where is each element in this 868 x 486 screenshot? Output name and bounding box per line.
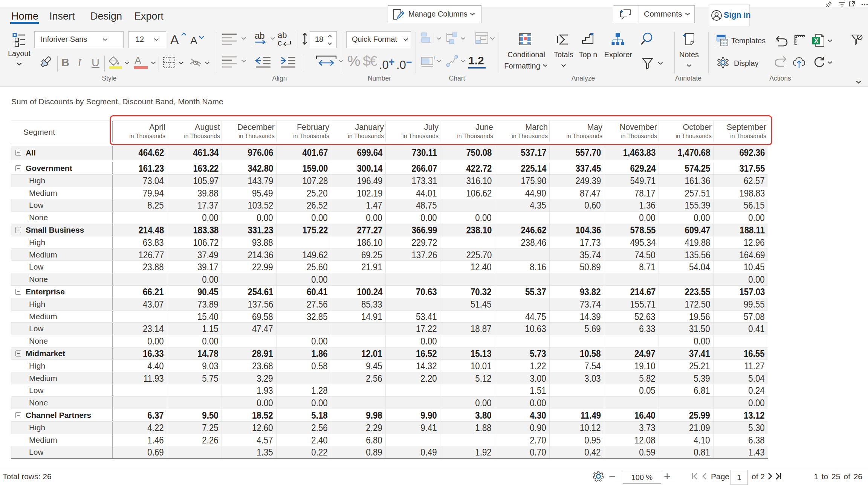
svg-text:X: X [814, 37, 819, 44]
svg-text:c: c [278, 38, 282, 47]
svg-text:ab: ab [255, 32, 265, 41]
